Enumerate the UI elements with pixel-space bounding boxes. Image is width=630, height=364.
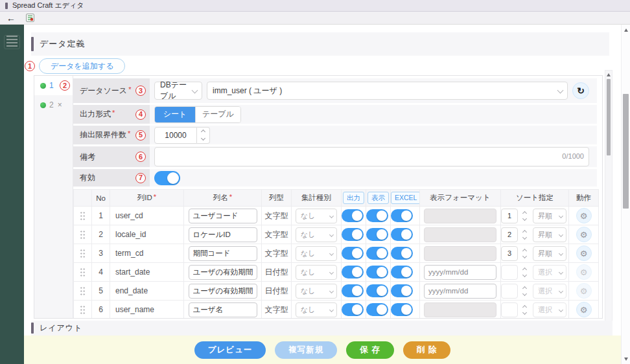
spreadcraft-icon[interactable] [26,14,34,22]
column-name-input[interactable] [189,246,257,261]
sort-spinner[interactable] [520,209,529,223]
spinner-up-icon[interactable] [197,128,209,135]
column-id: user_cd [110,207,184,225]
output-format-option-sheet[interactable]: シート [155,107,195,122]
aggregate-select[interactable]: なし [296,265,337,280]
data-tab-1[interactable]: 1 2 [34,76,73,95]
action-gear-button[interactable]: ⚙ [576,227,592,242]
table-row-1: 1 user_cd 文字型 なし 昇順 [74,207,599,225]
action-gear-button[interactable]: ⚙ [576,302,592,317]
action-gear-button[interactable]: ⚙ [576,208,592,223]
column-name-input[interactable] [189,209,257,223]
enabled-toggle[interactable] [154,171,180,185]
page-scrollbar[interactable] [621,25,630,364]
scrollbar-thumb[interactable] [623,94,629,209]
aggregate-select[interactable]: なし [296,209,337,223]
sort-group: 選択 [501,265,568,280]
limit-input[interactable] [154,127,197,144]
refresh-button[interactable]: ↻ [572,82,589,99]
table-row-5: 5 end_date 日付型 なし 選択 [74,282,599,301]
panel-scrollbar[interactable] [605,70,612,336]
data-tab-2[interactable]: 2 × [34,95,73,115]
drag-handle-icon[interactable] [80,249,86,258]
action-gear-button[interactable]: ⚙ [576,283,592,299]
row-no: 3 [92,244,110,263]
sort-number-input[interactable] [501,246,518,261]
format-input[interactable] [424,284,496,299]
column-id: end_date [110,282,184,301]
display-toggle[interactable] [366,228,388,241]
display-toggle[interactable] [366,247,388,260]
remarks-field-wrap: 0/1000 [154,147,589,166]
drag-handle-icon[interactable] [80,211,86,221]
column-name-input[interactable] [189,265,257,280]
required-mark: * [229,193,232,201]
add-data-button[interactable]: データを追加する [39,58,125,74]
aggregate-select[interactable]: なし [296,284,337,299]
output-toggle[interactable] [342,303,364,316]
remarks-input[interactable] [154,147,589,166]
scroll-down-icon[interactable] [622,355,630,363]
display-toggle[interactable] [366,303,388,316]
spinner-down-icon[interactable] [197,135,209,143]
action-gear-button[interactable]: ⚙ [576,264,592,280]
aggregate-select[interactable]: なし [296,246,337,261]
aggregate-select[interactable]: なし [296,227,337,242]
column-name-input[interactable] [189,302,257,317]
drag-handle-icon[interactable] [80,305,86,315]
drag-handle-icon[interactable] [80,286,86,296]
copy-new-button[interactable]: 複写新規 [275,341,337,359]
sort-group: 選択 [501,284,568,299]
scroll-up-icon[interactable] [622,26,630,34]
column-name-input[interactable] [189,227,257,242]
display-toggle[interactable] [366,266,388,279]
aggregate-select[interactable]: なし [296,302,337,317]
output-format-option-table[interactable]: テーブル [195,107,240,122]
datasource-type-select[interactable]: DBテーブル [154,82,202,100]
excel-toggle[interactable] [391,284,413,297]
excel-header-pill[interactable]: EXCEL [391,192,420,204]
preview-button[interactable]: プレビュー [194,341,266,359]
display-toggle[interactable] [366,209,388,222]
sort-spinner[interactable] [520,227,529,242]
sort-order-select[interactable]: 昇順 [533,246,566,261]
tab-close-icon[interactable]: × [58,100,62,109]
output-header-pill[interactable]: 出力 [343,192,364,204]
output-toggle[interactable] [342,266,364,279]
excel-toggle[interactable] [391,228,413,241]
excel-toggle[interactable] [391,266,413,279]
display-toggle[interactable] [366,284,388,297]
action-gear-button[interactable]: ⚙ [576,245,592,261]
sort-order-select[interactable]: 昇順 [533,209,566,223]
output-toggle[interactable] [342,284,364,297]
output-toggle[interactable] [342,228,364,241]
display-header-pill[interactable]: 表示 [368,192,389,204]
output-toggle[interactable] [342,247,364,260]
drag-handle-icon[interactable] [80,230,86,240]
sort-number-input[interactable] [501,227,518,242]
sort-number-input[interactable] [501,209,518,223]
sort-order-select[interactable]: 昇順 [533,227,566,242]
drag-handle-icon[interactable] [80,267,86,277]
back-icon[interactable]: ← [6,14,16,23]
datasource-table-select[interactable]: imm_user ( ユーザ ) [207,82,568,100]
excel-toggle[interactable] [391,209,413,222]
sort-spinner[interactable] [520,246,529,261]
chevron-down-icon [329,213,334,218]
excel-toggle[interactable] [391,247,413,260]
delete-button[interactable]: 削 除 [403,341,450,359]
window-titlebar: Spread Craft エディタ [0,0,630,12]
sort-spinner [520,284,529,299]
scroll-up-icon[interactable] [605,71,612,78]
excel-toggle[interactable] [391,303,413,316]
format-input[interactable] [424,265,496,280]
column-type: 文字型 [262,244,292,263]
scrollbar-thumb[interactable] [607,79,611,155]
tab-label: 1 [49,81,54,90]
save-button[interactable]: 保 存 [346,341,393,359]
chevron-down-icon [329,269,334,274]
hamburger-menu-icon[interactable] [4,35,20,49]
column-name-input[interactable] [189,284,257,299]
output-toggle[interactable] [342,209,364,222]
required-mark: * [112,109,115,117]
